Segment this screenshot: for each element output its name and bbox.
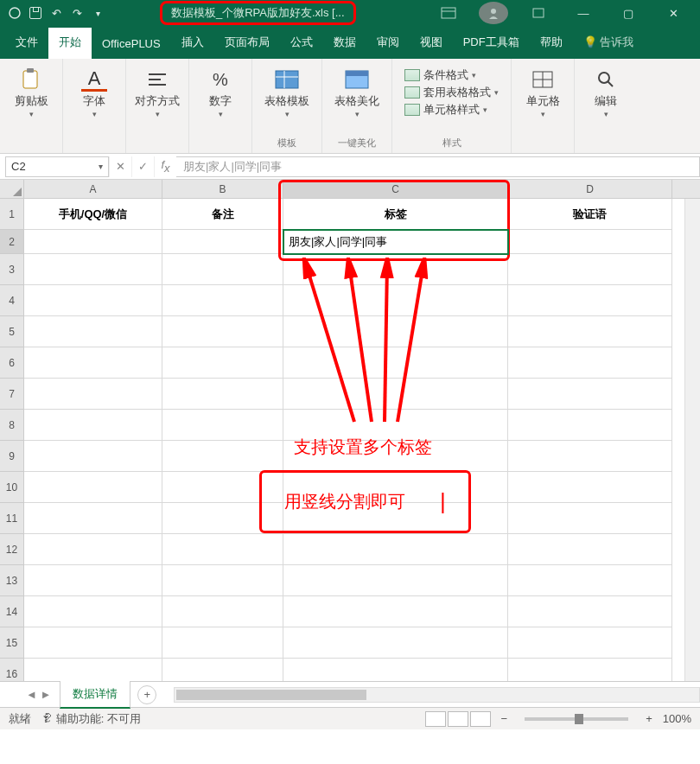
cell[interactable]: 验证语 (508, 199, 672, 230)
cell[interactable] (24, 441, 162, 472)
new-sheet-button[interactable]: + (137, 685, 156, 704)
font-button[interactable]: A 字体▾ (70, 64, 118, 120)
cell[interactable] (508, 627, 672, 659)
tab-home[interactable]: 开始 (48, 28, 92, 59)
cell[interactable] (24, 254, 162, 285)
cell[interactable] (24, 316, 162, 347)
view-normal-button[interactable] (425, 711, 446, 727)
cell[interactable] (508, 316, 672, 347)
number-button[interactable]: % 数字▾ (196, 64, 245, 120)
row-header[interactable]: 10 (0, 472, 24, 503)
cell[interactable]: 手机/QQ/微信 (24, 199, 162, 230)
ribbon-mode-icon[interactable] (524, 2, 553, 24)
row-header[interactable]: 15 (0, 627, 24, 659)
beautify-button[interactable]: 表格美化▾ (329, 64, 385, 120)
vertical-scrollbar[interactable] (684, 199, 700, 681)
cell[interactable] (24, 472, 162, 503)
cell[interactable] (508, 596, 672, 627)
cell[interactable] (283, 254, 508, 285)
cell[interactable] (162, 534, 283, 565)
cell[interactable]: 备注 (162, 199, 283, 230)
row-header[interactable]: 4 (0, 285, 24, 316)
col-header-c[interactable]: C (283, 180, 508, 198)
row-header[interactable]: 16 (0, 659, 24, 681)
cell[interactable] (162, 503, 283, 534)
status-accessibility[interactable]: 🕏 辅助功能: 不可用 (41, 711, 141, 727)
tab-review[interactable]: 审阅 (366, 28, 410, 59)
autosave-icon[interactable] (7, 5, 22, 21)
view-page-button[interactable] (448, 711, 468, 727)
row-header[interactable]: 2 (0, 230, 24, 254)
name-box[interactable]: C2▾ (5, 156, 109, 177)
paste-button[interactable]: 剪贴板▾ (7, 64, 55, 120)
cell[interactable] (283, 285, 508, 316)
cells-button[interactable]: 单元格▾ (519, 64, 567, 120)
row-header[interactable]: 12 (0, 534, 24, 565)
cell[interactable] (283, 316, 508, 347)
row-header[interactable]: 7 (0, 379, 24, 410)
cell[interactable] (24, 534, 162, 565)
editing-button[interactable]: 编辑▾ (582, 64, 630, 120)
cell[interactable] (162, 347, 283, 379)
cell[interactable] (508, 347, 672, 379)
row-header[interactable]: 9 (0, 441, 24, 472)
spreadsheet-grid[interactable]: A B C D 1 手机/QQ/微信 备注 标签 验证语 2 朋友|家人|同学|… (0, 180, 700, 681)
cell[interactable] (24, 230, 162, 254)
cell[interactable] (162, 659, 283, 681)
cell[interactable] (508, 503, 672, 534)
cell[interactable] (24, 596, 162, 627)
align-button[interactable]: 对齐方式▾ (133, 64, 181, 120)
table-style-button[interactable]: 套用表格格式 ▾ (404, 85, 499, 100)
col-header-d[interactable]: D (508, 180, 672, 198)
tab-file[interactable]: 文件 (5, 28, 48, 59)
tab-formula[interactable]: 公式 (280, 28, 323, 59)
cancel-formula-icon[interactable]: ✕ (109, 156, 131, 177)
cell[interactable] (24, 659, 162, 681)
cell[interactable] (162, 565, 283, 596)
template-button[interactable]: 表格模板▾ (259, 64, 315, 120)
cell-style-button[interactable]: 单元格样式 ▾ (404, 102, 499, 118)
col-header-b[interactable]: B (162, 180, 283, 198)
cell[interactable] (24, 379, 162, 410)
cell[interactable] (162, 230, 283, 254)
fx-icon[interactable]: fx (154, 156, 176, 177)
cell[interactable]: 标签 (283, 199, 508, 230)
cell[interactable] (283, 659, 508, 681)
row-header[interactable]: 8 (0, 410, 24, 441)
cell[interactable] (508, 285, 672, 316)
cell[interactable] (508, 534, 672, 565)
cell[interactable] (24, 565, 162, 596)
cell[interactable] (24, 410, 162, 441)
cell[interactable] (24, 627, 162, 659)
cell[interactable] (283, 379, 508, 410)
tab-tellme[interactable]: 💡 告诉我 (573, 28, 645, 59)
row-header[interactable]: 13 (0, 565, 24, 596)
cell[interactable] (283, 627, 508, 659)
tab-data[interactable]: 数据 (323, 28, 366, 59)
cell[interactable] (283, 410, 508, 441)
formula-input[interactable]: 朋友|家人|同学|同事 (176, 156, 700, 177)
cell[interactable] (508, 230, 672, 254)
cell[interactable] (24, 503, 162, 534)
cell[interactable] (283, 534, 508, 565)
zoom-slider[interactable] (525, 717, 628, 721)
tab-layout[interactable]: 页面布局 (214, 28, 280, 59)
cell[interactable] (508, 441, 672, 472)
zoom-level[interactable]: 100% (663, 712, 691, 725)
maximize-button[interactable]: ▢ (614, 2, 643, 24)
cell[interactable] (162, 379, 283, 410)
row-header[interactable]: 14 (0, 596, 24, 627)
cell[interactable] (162, 441, 283, 472)
cell[interactable] (162, 285, 283, 316)
row-header[interactable]: 5 (0, 316, 24, 347)
cell[interactable] (508, 410, 672, 441)
user-avatar-icon[interactable] (479, 2, 508, 24)
tab-view[interactable]: 视图 (410, 28, 453, 59)
horizontal-scrollbar[interactable] (174, 687, 700, 703)
confirm-formula-icon[interactable]: ✓ (131, 156, 154, 177)
row-header[interactable]: 1 (0, 199, 24, 230)
cell[interactable] (283, 472, 508, 503)
tab-insert[interactable]: 插入 (171, 28, 214, 59)
cell[interactable] (162, 316, 283, 347)
minimize-button[interactable]: — (569, 2, 598, 24)
